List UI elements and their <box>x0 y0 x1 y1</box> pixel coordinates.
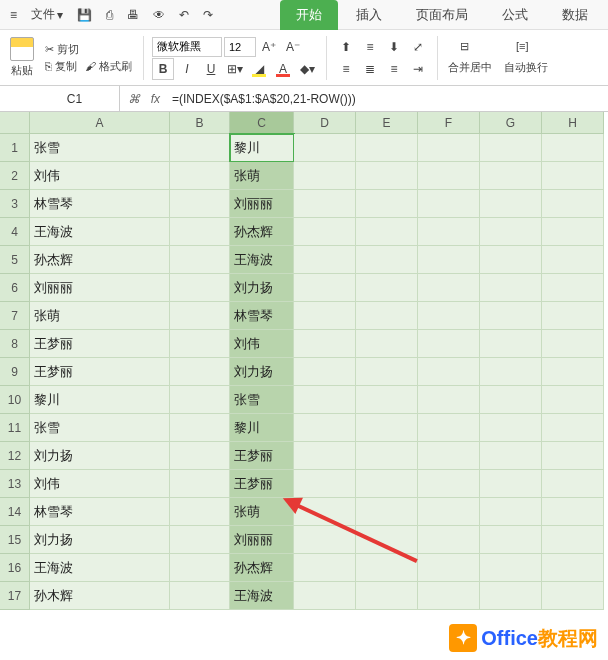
cell[interactable] <box>542 190 604 218</box>
cell[interactable]: 张雪 <box>230 386 294 414</box>
increase-font-icon[interactable]: A⁺ <box>258 36 280 58</box>
cell[interactable] <box>170 526 230 554</box>
cell[interactable] <box>418 274 480 302</box>
cell[interactable]: 刘伟 <box>30 470 170 498</box>
save-icon[interactable]: 💾 <box>71 6 98 24</box>
col-header-C[interactable]: C <box>230 112 294 134</box>
indent-icon[interactable]: ⇥ <box>407 58 429 80</box>
cell[interactable] <box>170 218 230 246</box>
copy-button[interactable]: ⎘复制 <box>42 58 80 75</box>
cell[interactable] <box>418 414 480 442</box>
font-name-select[interactable] <box>152 37 222 57</box>
cell[interactable] <box>542 554 604 582</box>
cell[interactable] <box>170 358 230 386</box>
cell[interactable]: 刘丽丽 <box>230 526 294 554</box>
cell[interactable]: 王海波 <box>30 218 170 246</box>
align-right-icon[interactable]: ≡ <box>383 58 405 80</box>
cell[interactable] <box>356 498 418 526</box>
row-header[interactable]: 11 <box>0 414 30 442</box>
cell[interactable]: 张萌 <box>230 162 294 190</box>
orientation-icon[interactable]: ⤢ <box>407 36 429 58</box>
cell[interactable] <box>294 498 356 526</box>
cell[interactable] <box>480 498 542 526</box>
tab-start[interactable]: 开始 <box>280 0 338 30</box>
cell[interactable] <box>294 218 356 246</box>
cell[interactable]: 刘伟 <box>30 162 170 190</box>
cell[interactable] <box>294 302 356 330</box>
tab-layout[interactable]: 页面布局 <box>400 0 484 30</box>
cell[interactable] <box>294 162 356 190</box>
bold-button[interactable]: B <box>152 58 174 80</box>
cell[interactable]: 张雪 <box>30 134 170 162</box>
row-header[interactable]: 4 <box>0 218 30 246</box>
menu-icon[interactable]: ≡ <box>4 6 23 24</box>
cell[interactable] <box>356 526 418 554</box>
cell[interactable]: 王梦丽 <box>230 442 294 470</box>
name-box[interactable]: C1 <box>30 86 120 111</box>
cell[interactable] <box>480 554 542 582</box>
cell[interactable] <box>170 330 230 358</box>
cell[interactable] <box>356 386 418 414</box>
underline-button[interactable]: U <box>200 58 222 80</box>
cell[interactable] <box>542 498 604 526</box>
cell[interactable] <box>418 246 480 274</box>
align-left-icon[interactable]: ≡ <box>335 58 357 80</box>
align-middle-icon[interactable]: ≡ <box>359 36 381 58</box>
cell[interactable] <box>294 414 356 442</box>
cell[interactable] <box>294 442 356 470</box>
cell[interactable]: 刘力扬 <box>230 358 294 386</box>
cell[interactable] <box>356 358 418 386</box>
spreadsheet-grid[interactable]: A B C D E F G H 1 张雪 黎川 2 刘伟 张萌 3 林雪琴 刘丽… <box>0 112 608 610</box>
cell[interactable] <box>356 554 418 582</box>
undo-icon[interactable]: ↶ <box>173 6 195 24</box>
cell[interactable] <box>480 414 542 442</box>
align-center-icon[interactable]: ≣ <box>359 58 381 80</box>
cell[interactable] <box>542 442 604 470</box>
cell[interactable] <box>418 162 480 190</box>
row-header[interactable]: 8 <box>0 330 30 358</box>
cell[interactable] <box>542 302 604 330</box>
row-header[interactable]: 2 <box>0 162 30 190</box>
select-all-corner[interactable] <box>0 112 30 134</box>
col-header-F[interactable]: F <box>418 112 480 134</box>
fx-icon[interactable]: ⌘ fx <box>120 92 168 106</box>
cell[interactable]: 刘力扬 <box>30 526 170 554</box>
merge-center-button[interactable]: ⊟ 合并居中 <box>442 38 498 77</box>
cell[interactable]: 王梦丽 <box>30 330 170 358</box>
cell[interactable] <box>418 386 480 414</box>
row-header[interactable]: 16 <box>0 554 30 582</box>
cell[interactable] <box>480 134 542 162</box>
cell[interactable]: 张雪 <box>30 414 170 442</box>
col-header-D[interactable]: D <box>294 112 356 134</box>
cell[interactable]: 林雪琴 <box>230 302 294 330</box>
highlight-button[interactable]: ◆▾ <box>296 58 318 80</box>
cell[interactable]: 王梦丽 <box>230 470 294 498</box>
cell[interactable] <box>356 246 418 274</box>
cell[interactable]: 王梦丽 <box>30 358 170 386</box>
cell[interactable] <box>170 302 230 330</box>
cell[interactable] <box>480 274 542 302</box>
row-header[interactable]: 17 <box>0 582 30 610</box>
col-header-G[interactable]: G <box>480 112 542 134</box>
row-header[interactable]: 15 <box>0 526 30 554</box>
cell[interactable]: 黎川 <box>230 134 294 162</box>
cell[interactable] <box>418 526 480 554</box>
cell[interactable]: 王海波 <box>230 582 294 610</box>
align-bottom-icon[interactable]: ⬇ <box>383 36 405 58</box>
auto-wrap-button[interactable]: [≡] 自动换行 <box>498 38 554 77</box>
cell[interactable]: 王海波 <box>30 554 170 582</box>
decrease-font-icon[interactable]: A⁻ <box>282 36 304 58</box>
cell[interactable] <box>170 554 230 582</box>
cell[interactable] <box>480 442 542 470</box>
tab-formula[interactable]: 公式 <box>486 0 544 30</box>
cell[interactable] <box>542 218 604 246</box>
cell[interactable]: 刘丽丽 <box>230 190 294 218</box>
fill-color-button[interactable]: ◢ <box>248 58 270 80</box>
row-header[interactable]: 3 <box>0 190 30 218</box>
cell[interactable] <box>418 442 480 470</box>
cell[interactable]: 黎川 <box>230 414 294 442</box>
cell[interactable] <box>480 302 542 330</box>
cell[interactable] <box>294 274 356 302</box>
row-header[interactable]: 9 <box>0 358 30 386</box>
cell[interactable]: 林雪琴 <box>30 498 170 526</box>
